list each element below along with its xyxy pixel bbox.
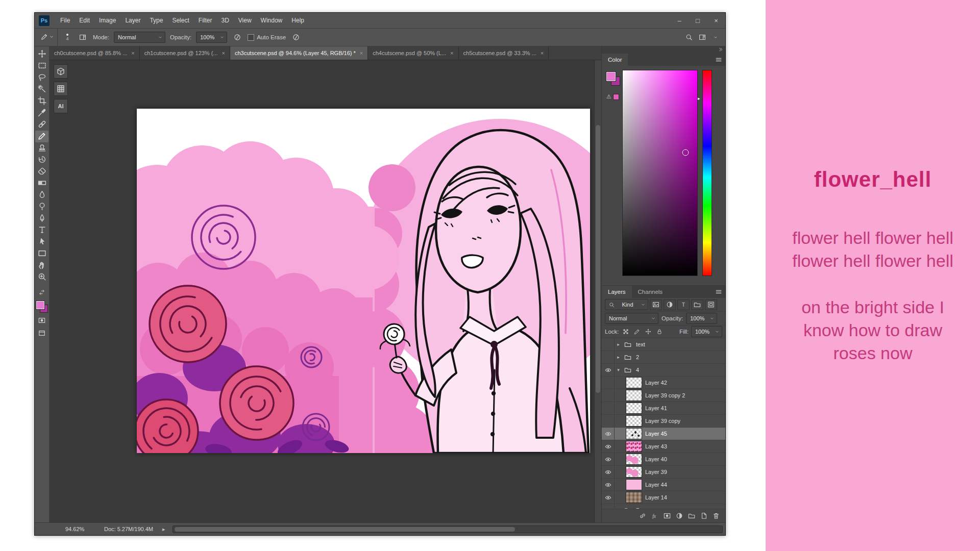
layer-name[interactable]: Layer 39 copy 2 xyxy=(645,392,685,398)
tab-layers[interactable]: Layers xyxy=(602,286,632,298)
layer-visibility-toggle[interactable] xyxy=(602,389,615,402)
move-tool[interactable] xyxy=(35,48,48,60)
layer-visibility-eye-icon[interactable] xyxy=(602,428,615,440)
search-icon[interactable] xyxy=(683,32,695,43)
vertical-scrollbar-thumb[interactable] xyxy=(596,125,600,393)
hand-tool[interactable] xyxy=(35,260,48,271)
canvas-area[interactable]: Al xyxy=(50,60,601,522)
gradient-tool[interactable] xyxy=(35,178,48,189)
layer-name[interactable]: text xyxy=(636,341,645,347)
auto-erase-option[interactable]: Auto Erase xyxy=(248,34,286,41)
lasso-tool[interactable] xyxy=(35,72,48,84)
marquee-tool[interactable] xyxy=(35,60,48,72)
lock-pixels-icon[interactable] xyxy=(633,328,642,336)
layer-row[interactable]: Layer 39 copy xyxy=(602,415,725,428)
color-fg-swatch[interactable] xyxy=(606,72,616,81)
clone-stamp-tool[interactable] xyxy=(35,142,48,154)
layer-visibility-eye-icon[interactable] xyxy=(602,440,615,453)
panel-menu-icon[interactable] xyxy=(715,54,725,66)
foreground-background-swatches[interactable] xyxy=(36,301,48,313)
eraser-tool[interactable] xyxy=(35,166,48,178)
layer-name[interactable]: 4 xyxy=(636,367,639,373)
lock-position-icon[interactable] xyxy=(644,328,653,336)
layer-visibility-eye-icon[interactable] xyxy=(602,479,615,491)
layers-opacity-dropdown[interactable]: 100% xyxy=(686,313,717,324)
menu-filter[interactable]: Filter xyxy=(194,17,217,24)
path-select-tool[interactable] xyxy=(35,236,48,248)
menu-view[interactable]: View xyxy=(234,17,256,24)
foreground-color-swatch[interactable] xyxy=(36,301,44,309)
layer-row[interactable]: Layer 14 xyxy=(602,491,725,504)
filter-pixel-layers-icon[interactable] xyxy=(650,299,662,310)
panel-menu-icon[interactable] xyxy=(715,286,725,298)
layer-name[interactable]: Layer 39 copy xyxy=(645,418,680,424)
layer-name[interactable]: Layer 41 xyxy=(645,405,667,411)
swap-colors-icon[interactable] xyxy=(39,289,45,297)
layer-thumbnail[interactable] xyxy=(626,415,642,427)
layer-name[interactable]: Layer 39 xyxy=(645,469,667,475)
layer-visibility-eye-icon[interactable] xyxy=(602,491,615,504)
blend-mode-dropdown[interactable]: Normal xyxy=(605,313,658,324)
link-layers-icon[interactable] xyxy=(638,511,647,521)
layer-row[interactable]: Layer 41 xyxy=(602,402,725,415)
layer-thumbnail[interactable] xyxy=(626,428,642,439)
tool-preset-picker[interactable] xyxy=(38,29,58,46)
3d-cube-icon[interactable] xyxy=(54,64,68,79)
group-expander-icon[interactable]: ▸ xyxy=(615,342,622,347)
layer-visibility-toggle[interactable] xyxy=(602,351,615,363)
lock-transparency-icon[interactable] xyxy=(622,328,630,336)
layer-name[interactable]: Layer 40 xyxy=(645,456,667,462)
layer-row[interactable]: Layer 42 xyxy=(602,377,725,389)
menu-image[interactable]: Image xyxy=(94,17,120,24)
brush-preview[interactable]: 4 xyxy=(62,34,72,41)
vertical-scrollbar[interactable] xyxy=(594,60,601,522)
horizontal-scrollbar[interactable] xyxy=(173,525,723,533)
layer-group-row[interactable]: ▸2 xyxy=(602,351,725,364)
fill-dropdown[interactable]: 100% xyxy=(691,326,722,337)
canvas-document[interactable] xyxy=(137,109,590,453)
status-chevron-icon[interactable]: ▸ xyxy=(162,526,165,533)
menu-type[interactable]: Type xyxy=(145,17,167,24)
menu-3d[interactable]: 3D xyxy=(216,17,233,24)
gamut-warning[interactable]: ⚠ xyxy=(606,93,619,100)
mode-dropdown[interactable]: Normal xyxy=(114,32,165,43)
collapse-panels-icon[interactable] xyxy=(718,46,723,54)
layer-thumbnail[interactable] xyxy=(626,454,642,465)
layer-row[interactable]: Layer 40 xyxy=(602,453,725,466)
tab-close-icon[interactable]: × xyxy=(450,50,453,56)
new-group-icon[interactable] xyxy=(687,511,696,521)
maximize-button[interactable]: □ xyxy=(689,13,707,28)
menu-help[interactable]: Help xyxy=(287,17,309,24)
eyedropper-tool[interactable] xyxy=(35,107,48,119)
pressure-opacity-icon[interactable] xyxy=(232,32,243,43)
pencil-tool[interactable] xyxy=(35,131,48,142)
color-picker-marker[interactable] xyxy=(682,149,689,156)
chevron-down-icon[interactable] xyxy=(710,32,721,43)
tab-close-icon[interactable]: × xyxy=(222,50,225,56)
layer-thumbnail[interactable] xyxy=(626,479,642,490)
menu-edit[interactable]: Edit xyxy=(75,17,94,24)
al-tile[interactable]: Al xyxy=(54,99,68,113)
tab-close-icon[interactable]: × xyxy=(131,50,134,56)
grid-icon[interactable] xyxy=(54,82,68,96)
layer-name[interactable]: 2 xyxy=(636,354,639,360)
zoom-level[interactable]: 94.62% xyxy=(65,526,92,532)
menu-layer[interactable]: Layer xyxy=(120,17,145,24)
minimize-button[interactable]: – xyxy=(670,13,689,28)
type-tool[interactable] xyxy=(35,224,48,236)
layer-name[interactable]: Layer 14 xyxy=(645,494,667,500)
tab-color[interactable]: Color xyxy=(602,54,628,66)
layer-visibility-toggle[interactable] xyxy=(602,338,615,350)
layer-group-row[interactable]: ▸7 xyxy=(602,504,725,509)
hue-slider-arrow[interactable]: ▸ xyxy=(698,96,700,101)
gamut-swatch[interactable] xyxy=(613,94,619,100)
filter-smart-objects-icon[interactable] xyxy=(705,299,717,310)
menu-file[interactable]: File xyxy=(56,17,75,24)
canvas-artwork[interactable] xyxy=(137,109,590,453)
layer-thumbnail[interactable] xyxy=(626,441,642,452)
layer-row[interactable]: Layer 39 copy 2 xyxy=(602,389,725,402)
saturation-brightness-box[interactable] xyxy=(622,70,698,276)
layer-name[interactable]: Layer 42 xyxy=(645,380,667,386)
menu-window[interactable]: Window xyxy=(256,17,287,24)
layer-visibility-toggle[interactable] xyxy=(602,402,615,414)
